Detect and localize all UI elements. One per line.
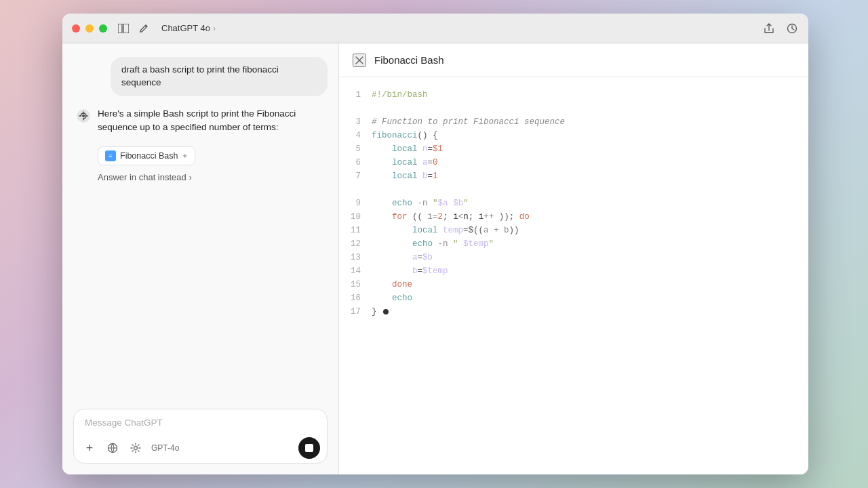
line-number: 11 [339,224,372,237]
answer-in-chat-link[interactable]: Answer in chat instead › [98,172,192,182]
line-content: a=$b [372,251,808,264]
line-content [372,102,808,115]
title-bar-right [762,22,799,35]
line-number: 14 [339,264,372,278]
table-row: 6 local a=0 [339,156,808,169]
traffic-lights [72,24,107,33]
table-row: 7 local b=1 [339,169,808,183]
table-row: 4fibonacci() { [339,129,808,142]
assistant-message: Here's a simple Bash script to print the… [73,107,328,184]
line-number: 16 [339,291,372,305]
line-number [339,102,372,115]
assistant-text-block: Here's a simple Bash script to print the… [98,107,296,184]
line-content: fibonacci() { [372,129,808,142]
line-number: 5 [339,142,372,156]
table-row: 12 echo -n " $temp" [339,237,808,251]
share-icon[interactable] [762,22,776,35]
line-number: 1 [339,88,372,102]
line-number: 17 [339,305,372,319]
sparkle-icon: ✦ [182,152,188,161]
chat-area: draft a bash script to print the fibonac… [62,43,338,402]
line-content: b=$temp [372,264,808,278]
right-panel: Fibonacci Bash 1#!/bin/bash 3# Function … [339,43,808,474]
window-title: ChatGPT 4o › [161,23,216,33]
line-content: local n=$1 [372,142,808,156]
assistant-avatar [76,108,91,123]
globe-button[interactable] [104,439,121,457]
line-number: 6 [339,156,372,169]
line-content [372,183,808,197]
code-panel-title: Fibonacci Bash [374,54,444,66]
table-row: 9 echo -n "$a $b" [339,197,808,210]
user-message: draft a bash script to print the fibonac… [111,57,328,96]
title-bar-actions [117,22,151,35]
svg-rect-1 [123,24,129,33]
input-toolbar: + [74,433,327,463]
line-number: 13 [339,251,372,264]
title-bar: ChatGPT 4o › [62,14,808,43]
stop-button[interactable] [298,437,320,459]
line-content: echo -n "$a $b" [372,197,808,210]
line-number: 9 [339,197,372,210]
left-panel: draft a bash script to print the fibonac… [62,43,339,474]
sidebar-toggle-icon[interactable] [117,22,130,35]
line-content: #!/bin/bash [372,88,808,102]
table-row: 3# Function to print Fibonacci sequence [339,115,808,129]
table-row: 1#!/bin/bash [339,88,808,102]
search-history-icon[interactable] [785,22,799,35]
maximize-button[interactable] [99,24,107,33]
line-number: 15 [339,278,372,291]
table-row: 15 done [339,278,808,291]
table-row: 10 for (( i=2; i<n; i++ )); do [339,210,808,224]
line-content: # Function to print Fibonacci sequence [372,115,808,129]
line-number: 7 [339,169,372,183]
svg-point-6 [134,447,138,450]
input-area: Message ChatGPT + [62,402,338,474]
file-attachment[interactable]: ≡ Fibonacci Bash ✦ [98,146,195,165]
line-content: local b=1 [372,169,808,183]
table-row: 5 local n=$1 [339,142,808,156]
table-row [339,183,808,197]
message-input[interactable]: Message ChatGPT [74,409,327,433]
add-button[interactable]: + [81,439,98,457]
main-window: ChatGPT 4o › d [62,14,808,474]
edit-icon[interactable] [137,22,151,35]
line-number: 4 [339,129,372,142]
line-content: } [372,305,808,319]
table-row [339,102,808,115]
code-header: Fibonacci Bash [339,43,808,77]
code-content: 1#!/bin/bash 3# Function to print Fibona… [339,77,808,474]
main-content: draft a bash script to print the fibonac… [62,43,808,474]
table-row: 14 b=$temp [339,264,808,278]
table-row: 11 local temp=$((a + b)) [339,224,808,237]
line-content: echo -n " $temp" [372,237,808,251]
svg-point-4 [82,115,85,117]
line-content: done [372,278,808,291]
tools-button[interactable] [127,439,144,457]
line-content: echo [372,291,808,305]
table-row: 17} [339,305,808,319]
code-table: 1#!/bin/bash 3# Function to print Fibona… [339,88,808,319]
model-label[interactable]: GPT-4o [151,443,179,453]
line-number: 12 [339,237,372,251]
table-row: 13 a=$b [339,251,808,264]
line-content: local temp=$((a + b)) [372,224,808,237]
line-number: 10 [339,210,372,224]
line-content: for (( i=2; i<n; i++ )); do [372,210,808,224]
table-row: 16 echo [339,291,808,305]
minimize-button[interactable] [85,24,94,33]
line-number: 3 [339,115,372,129]
close-code-button[interactable] [353,54,366,67]
stop-icon [305,444,313,452]
input-box: Message ChatGPT + [73,409,328,464]
svg-rect-0 [118,24,122,33]
line-content: local a=0 [372,156,808,169]
close-button[interactable] [72,24,80,33]
chevron-right-icon: › [189,173,192,182]
line-number [339,183,372,197]
file-icon: ≡ [105,150,116,161]
